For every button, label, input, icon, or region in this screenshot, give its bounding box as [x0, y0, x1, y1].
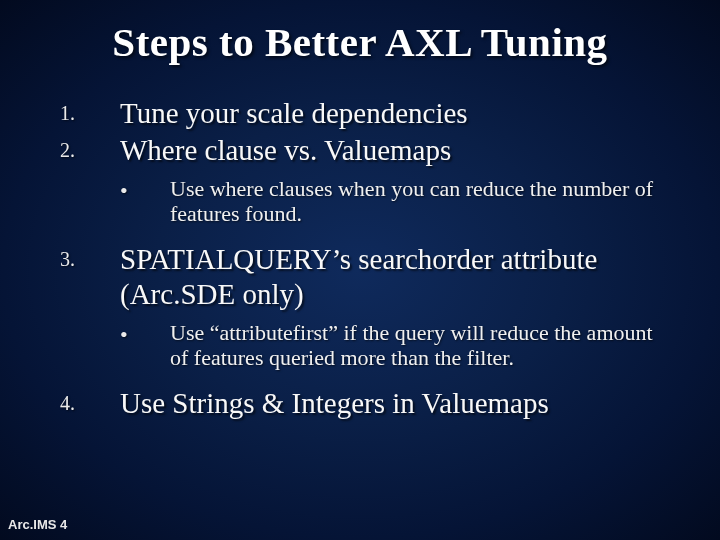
list-marker-2: 2. — [60, 133, 120, 162]
list-item: 2. Where clause vs. Valuemaps — [60, 133, 670, 168]
sub-list-item: • Use “attributefirst” if the query will… — [60, 320, 670, 371]
list-item: 3. SPATIALQUERY’s searchorder attribute … — [60, 242, 670, 312]
bullet-icon: • — [120, 176, 170, 204]
list-text-3: SPATIALQUERY’s searchorder attribute (Ar… — [120, 242, 670, 312]
list-item: 1. Tune your scale dependencies — [60, 96, 670, 131]
bullet-icon: • — [120, 320, 170, 348]
list-marker-1: 1. — [60, 96, 120, 125]
list-text-2: Where clause vs. Valuemaps — [120, 133, 451, 168]
footer-label: Arc.IMS 4 — [8, 517, 67, 532]
list-marker-3: 3. — [60, 242, 120, 271]
list-item: 4. Use Strings & Integers in Valuemaps — [60, 386, 670, 421]
list-text-1: Tune your scale dependencies — [120, 96, 468, 131]
slide-content: 1. Tune your scale dependencies 2. Where… — [50, 96, 670, 421]
slide: Steps to Better AXL Tuning 1. Tune your … — [0, 0, 720, 540]
list-marker-4: 4. — [60, 386, 120, 415]
sub-list-text-2: Use “attributefirst” if the query will r… — [170, 320, 670, 371]
slide-title: Steps to Better AXL Tuning — [50, 18, 670, 66]
sub-list-item: • Use where clauses when you can reduce … — [60, 176, 670, 227]
sub-list-text-1: Use where clauses when you can reduce th… — [170, 176, 670, 227]
list-text-4: Use Strings & Integers in Valuemaps — [120, 386, 549, 421]
